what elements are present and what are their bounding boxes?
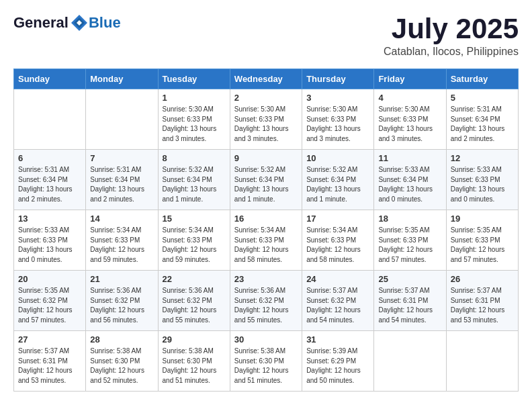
day-info: Sunrise: 5:37 AM Sunset: 6:31 PM Dayligh…: [451, 286, 514, 325]
day-number: 13: [18, 214, 81, 224]
calendar-cell: 16Sunrise: 5:34 AM Sunset: 6:33 PM Dayli…: [230, 210, 302, 271]
day-info: Sunrise: 5:33 AM Sunset: 6:33 PM Dayligh…: [18, 226, 81, 265]
day-number: 29: [163, 334, 226, 345]
day-info: Sunrise: 5:37 AM Sunset: 6:32 PM Dayligh…: [306, 286, 369, 325]
day-info: Sunrise: 5:31 AM Sunset: 6:34 PM Dayligh…: [18, 165, 81, 204]
day-info: Sunrise: 5:34 AM Sunset: 6:33 PM Dayligh…: [90, 226, 153, 265]
calendar-cell: 12Sunrise: 5:33 AM Sunset: 6:33 PM Dayli…: [446, 150, 518, 210]
day-number: 25: [378, 274, 441, 284]
day-info: Sunrise: 5:36 AM Sunset: 6:32 PM Dayligh…: [90, 286, 153, 325]
weekday-header-saturday: Saturday: [446, 69, 518, 89]
calendar-cell: 20Sunrise: 5:35 AM Sunset: 6:32 PM Dayli…: [14, 271, 86, 331]
calendar-cell: 26Sunrise: 5:37 AM Sunset: 6:31 PM Dayli…: [446, 271, 518, 331]
day-number: 14: [90, 214, 153, 224]
calendar-cell: 29Sunrise: 5:38 AM Sunset: 6:30 PM Dayli…: [158, 331, 230, 392]
calendar-cell: 7Sunrise: 5:31 AM Sunset: 6:34 PM Daylig…: [86, 150, 158, 210]
day-info: Sunrise: 5:31 AM Sunset: 6:34 PM Dayligh…: [451, 105, 514, 144]
weekday-header-monday: Monday: [86, 69, 158, 89]
day-number: 17: [306, 214, 369, 224]
calendar-cell: 30Sunrise: 5:38 AM Sunset: 6:30 PM Dayli…: [230, 331, 302, 392]
day-info: Sunrise: 5:34 AM Sunset: 6:33 PM Dayligh…: [306, 226, 369, 265]
day-number: 28: [90, 334, 153, 345]
day-info: Sunrise: 5:32 AM Sunset: 6:34 PM Dayligh…: [163, 165, 226, 204]
weekday-header-thursday: Thursday: [302, 69, 374, 89]
day-number: 27: [18, 334, 81, 345]
day-info: Sunrise: 5:30 AM Sunset: 6:33 PM Dayligh…: [163, 105, 226, 144]
calendar-cell: 14Sunrise: 5:34 AM Sunset: 6:33 PM Dayli…: [86, 210, 158, 271]
day-number: 20: [18, 274, 81, 284]
day-info: Sunrise: 5:33 AM Sunset: 6:34 PM Dayligh…: [378, 165, 441, 204]
calendar-cell: 2Sunrise: 5:30 AM Sunset: 6:33 PM Daylig…: [230, 89, 302, 150]
day-info: Sunrise: 5:30 AM Sunset: 6:33 PM Dayligh…: [234, 105, 298, 144]
day-info: Sunrise: 5:32 AM Sunset: 6:34 PM Dayligh…: [306, 165, 369, 204]
day-number: 1: [163, 93, 226, 103]
day-info: Sunrise: 5:35 AM Sunset: 6:33 PM Dayligh…: [378, 226, 441, 265]
calendar-cell: 25Sunrise: 5:37 AM Sunset: 6:31 PM Dayli…: [374, 271, 446, 331]
day-number: 7: [90, 153, 153, 163]
day-info: Sunrise: 5:34 AM Sunset: 6:33 PM Dayligh…: [163, 226, 226, 265]
day-number: 6: [18, 153, 81, 163]
day-number: 2: [234, 93, 298, 103]
calendar-body: 1Sunrise: 5:30 AM Sunset: 6:33 PM Daylig…: [14, 89, 519, 392]
day-info: Sunrise: 5:36 AM Sunset: 6:32 PM Dayligh…: [163, 286, 226, 325]
day-info: Sunrise: 5:36 AM Sunset: 6:32 PM Dayligh…: [234, 286, 298, 325]
day-info: Sunrise: 5:37 AM Sunset: 6:31 PM Dayligh…: [18, 347, 81, 385]
day-number: 8: [163, 153, 226, 163]
month-title: July 2025: [384, 13, 519, 44]
day-info: Sunrise: 5:35 AM Sunset: 6:32 PM Dayligh…: [18, 286, 81, 325]
day-number: 30: [234, 334, 298, 345]
calendar-week-4: 20Sunrise: 5:35 AM Sunset: 6:32 PM Dayli…: [14, 271, 519, 331]
calendar-cell: 22Sunrise: 5:36 AM Sunset: 6:32 PM Dayli…: [158, 271, 230, 331]
day-info: Sunrise: 5:34 AM Sunset: 6:33 PM Dayligh…: [234, 226, 298, 265]
calendar-cell: 8Sunrise: 5:32 AM Sunset: 6:34 PM Daylig…: [158, 150, 230, 210]
calendar-header-row: SundayMondayTuesdayWednesdayThursdayFrid…: [14, 69, 519, 89]
day-number: 19: [451, 214, 514, 224]
calendar-cell: 3Sunrise: 5:30 AM Sunset: 6:33 PM Daylig…: [302, 89, 374, 150]
weekday-header-wednesday: Wednesday: [230, 69, 302, 89]
calendar-cell: 24Sunrise: 5:37 AM Sunset: 6:32 PM Dayli…: [302, 271, 374, 331]
day-number: 3: [306, 93, 369, 103]
calendar-week-2: 6Sunrise: 5:31 AM Sunset: 6:34 PM Daylig…: [14, 150, 519, 210]
calendar-cell: 4Sunrise: 5:30 AM Sunset: 6:33 PM Daylig…: [374, 89, 446, 150]
day-info: Sunrise: 5:38 AM Sunset: 6:30 PM Dayligh…: [90, 347, 153, 385]
calendar-week-3: 13Sunrise: 5:33 AM Sunset: 6:33 PM Dayli…: [14, 210, 519, 271]
day-info: Sunrise: 5:30 AM Sunset: 6:33 PM Dayligh…: [378, 105, 441, 144]
day-info: Sunrise: 5:39 AM Sunset: 6:29 PM Dayligh…: [306, 347, 369, 385]
day-number: 9: [234, 153, 298, 163]
logo-general: General: [13, 14, 69, 32]
calendar-cell: 23Sunrise: 5:36 AM Sunset: 6:32 PM Dayli…: [230, 271, 302, 331]
calendar-cell: 31Sunrise: 5:39 AM Sunset: 6:29 PM Dayli…: [302, 331, 374, 392]
calendar-cell: [446, 331, 518, 392]
calendar-cell: 13Sunrise: 5:33 AM Sunset: 6:33 PM Dayli…: [14, 210, 86, 271]
day-info: Sunrise: 5:31 AM Sunset: 6:34 PM Dayligh…: [90, 165, 153, 204]
calendar-cell: 21Sunrise: 5:36 AM Sunset: 6:32 PM Dayli…: [86, 271, 158, 331]
calendar-cell: [86, 89, 158, 150]
location: Catablan, Ilocos, Philippines: [384, 46, 519, 58]
calendar-week-1: 1Sunrise: 5:30 AM Sunset: 6:33 PM Daylig…: [14, 89, 519, 150]
day-number: 15: [163, 214, 226, 224]
day-info: Sunrise: 5:33 AM Sunset: 6:33 PM Dayligh…: [451, 165, 514, 204]
calendar-cell: 28Sunrise: 5:38 AM Sunset: 6:30 PM Dayli…: [86, 331, 158, 392]
calendar-cell: [14, 89, 86, 150]
day-info: Sunrise: 5:30 AM Sunset: 6:33 PM Dayligh…: [306, 105, 369, 144]
calendar-cell: 15Sunrise: 5:34 AM Sunset: 6:33 PM Dayli…: [158, 210, 230, 271]
calendar-week-5: 27Sunrise: 5:37 AM Sunset: 6:31 PM Dayli…: [14, 331, 519, 392]
calendar-cell: 9Sunrise: 5:32 AM Sunset: 6:34 PM Daylig…: [230, 150, 302, 210]
day-number: 4: [378, 93, 441, 103]
calendar-cell: 11Sunrise: 5:33 AM Sunset: 6:34 PM Dayli…: [374, 150, 446, 210]
weekday-header-tuesday: Tuesday: [158, 69, 230, 89]
logo-icon: [70, 13, 89, 32]
day-info: Sunrise: 5:35 AM Sunset: 6:33 PM Dayligh…: [451, 226, 514, 265]
day-number: 23: [234, 274, 298, 284]
day-number: 26: [451, 274, 514, 284]
page-header: General Blue July 2025 Catablan, Ilocos,…: [13, 13, 519, 58]
day-info: Sunrise: 5:37 AM Sunset: 6:31 PM Dayligh…: [378, 286, 441, 325]
calendar-cell: 19Sunrise: 5:35 AM Sunset: 6:33 PM Dayli…: [446, 210, 518, 271]
day-number: 24: [306, 274, 369, 284]
day-number: 11: [378, 153, 441, 163]
weekday-header-sunday: Sunday: [14, 69, 86, 89]
day-number: 21: [90, 274, 153, 284]
day-number: 18: [378, 214, 441, 224]
calendar-cell: 6Sunrise: 5:31 AM Sunset: 6:34 PM Daylig…: [14, 150, 86, 210]
day-number: 12: [451, 153, 514, 163]
